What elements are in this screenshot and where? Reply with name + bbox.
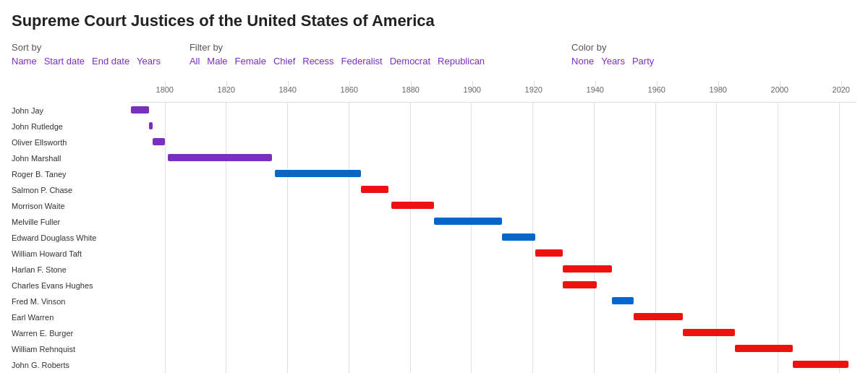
justice-bar-3[interactable] [168, 154, 272, 161]
justice-name-16: John G. Roberts [12, 361, 127, 369]
table-row: Salmon P. Chase [131, 182, 854, 198]
justice-name-5: Salmon P. Chase [12, 186, 127, 194]
justice-bar-6[interactable] [391, 202, 434, 209]
filter-option-chief[interactable]: Chief [273, 56, 295, 67]
table-row: Melville Fuller [131, 214, 854, 230]
justice-bar-8[interactable] [502, 233, 536, 241]
filter-option-male[interactable]: Male [207, 56, 227, 67]
justice-name-8: Edward Douglass White [12, 233, 127, 242]
sort-option-end-date[interactable]: End date [92, 56, 129, 67]
justice-name-6: Morrison Waite [12, 202, 127, 210]
table-row: John Rutledge [131, 119, 854, 134]
justice-bar-9[interactable] [535, 249, 563, 257]
table-row: Charles Evans Hughes [131, 278, 854, 293]
sort-by-label: Sort by [12, 42, 161, 53]
controls-bar: Sort by NameStart dateEnd dateYears Filt… [12, 42, 856, 67]
justice-name-14: Warren E. Burger [12, 329, 127, 338]
chart-area: 1800182018401860188019001920194019601980… [12, 81, 856, 373]
justice-bar-13[interactable] [634, 313, 683, 320]
filter-option-recess[interactable]: Recess [302, 56, 333, 67]
justice-bar-0[interactable] [131, 106, 149, 113]
year-tick-line-2020 [841, 81, 842, 87]
color-option-years[interactable]: Years [601, 56, 625, 67]
sort-by-group: Sort by NameStart dateEnd dateYears [12, 42, 161, 67]
rows-container: John JayJohn RutledgeOliver EllsworthJoh… [131, 103, 854, 373]
justice-name-1: John Rutledge [12, 122, 127, 131]
year-tick-line-1820 [226, 81, 227, 87]
table-row: John Jay [131, 103, 854, 119]
table-row: Oliver Ellsworth [131, 134, 854, 150]
filter-option-republican[interactable]: Republican [438, 56, 485, 67]
table-row: Edward Douglass White [131, 230, 854, 246]
filter-option-female[interactable]: Female [235, 56, 266, 67]
justice-bar-5[interactable] [361, 186, 388, 193]
justice-bar-12[interactable] [612, 297, 634, 304]
table-row: Warren E. Burger [131, 325, 854, 341]
justice-name-4: Roger B. Taney [12, 170, 127, 179]
year-tick-line-1900 [472, 81, 473, 87]
sort-option-years[interactable]: Years [137, 56, 161, 67]
color-by-label: Color by [571, 42, 654, 53]
color-by-group: Color by NoneYearsParty [571, 42, 654, 67]
year-tick-line-1840 [288, 81, 289, 87]
year-tick-line-1860 [349, 81, 350, 87]
filter-option-federalist[interactable]: Federalist [341, 56, 383, 67]
justice-name-3: John Marshall [12, 154, 127, 163]
year-tick-line-1960 [657, 81, 658, 87]
table-row: William Howard Taft [131, 246, 854, 262]
table-row: Roger B. Taney [131, 166, 854, 182]
timeline-header: 1800182018401860188019001920194019601980… [131, 81, 856, 103]
sort-option-name[interactable]: Name [12, 56, 37, 67]
sort-option-start-date[interactable]: Start date [44, 56, 85, 67]
justice-bar-15[interactable] [735, 345, 793, 352]
filter-by-options: AllMaleFemaleChiefRecessFederalistDemocr… [190, 56, 485, 67]
year-tick-line-2000 [780, 81, 780, 87]
color-by-options: NoneYearsParty [571, 56, 654, 67]
justice-name-15: William Rehnquist [12, 345, 127, 353]
justice-bar-14[interactable] [683, 329, 735, 336]
color-option-party[interactable]: Party [632, 56, 654, 67]
year-tick-line-1920 [534, 81, 535, 87]
table-row: Morrison Waite [131, 198, 854, 214]
justice-name-2: Oliver Ellsworth [12, 138, 127, 147]
table-row: William Rehnquist [131, 341, 854, 357]
sort-by-options: NameStart dateEnd dateYears [12, 56, 161, 67]
page-title: Supreme Court Justices of the United Sta… [12, 12, 856, 30]
justice-name-12: Fred M. Vinson [12, 297, 127, 306]
filter-option-democrat[interactable]: Democrat [390, 56, 430, 67]
filter-option-all[interactable]: All [190, 56, 200, 67]
color-option-none[interactable]: None [571, 56, 594, 67]
justice-bar-16[interactable] [793, 361, 848, 368]
table-row: Earl Warren [131, 309, 854, 325]
table-row: Harlan F. Stone [131, 262, 854, 278]
filter-by-label: Filter by [190, 42, 485, 53]
year-tick-line-1980 [718, 81, 719, 87]
justice-bar-7[interactable] [434, 218, 501, 225]
justice-name-10: Harlan F. Stone [12, 265, 127, 274]
table-row: Fred M. Vinson [131, 293, 854, 309]
year-tick-line-1800 [165, 81, 166, 87]
justice-name-11: Charles Evans Hughes [12, 281, 127, 290]
justice-bar-11[interactable] [563, 281, 597, 288]
justice-name-9: William Howard Taft [12, 249, 127, 258]
justice-name-0: John Jay [12, 106, 127, 115]
justice-name-13: Earl Warren [12, 313, 127, 322]
filter-by-group: Filter by AllMaleFemaleChiefRecessFedera… [190, 42, 485, 67]
year-tick-line-1940 [595, 81, 596, 87]
justice-bar-1[interactable] [149, 122, 152, 129]
year-tick-line-1880 [411, 81, 412, 87]
table-row: John Marshall [131, 150, 854, 166]
justice-name-7: Melville Fuller [12, 218, 127, 226]
justice-bar-10[interactable] [563, 265, 612, 273]
justice-bar-4[interactable] [275, 170, 361, 177]
justice-bar-2[interactable] [153, 138, 165, 145]
table-row: John G. Roberts [131, 357, 854, 373]
